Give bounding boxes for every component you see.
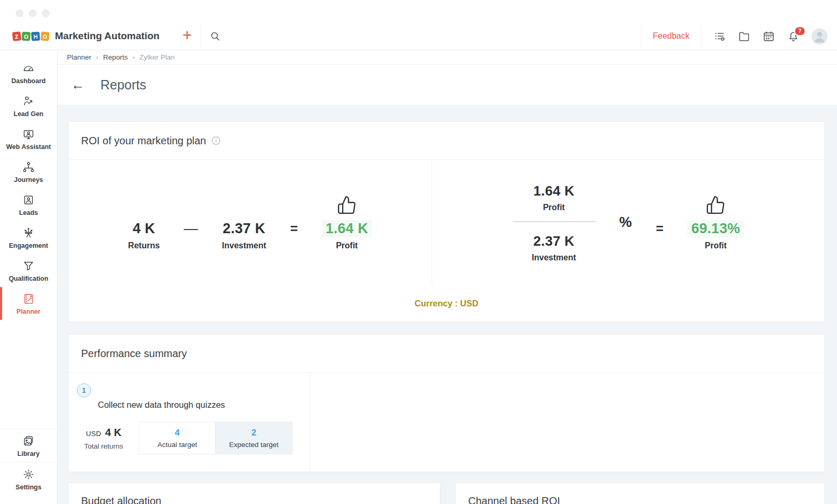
thumbs-up-icon <box>337 195 357 217</box>
zoho-logo[interactable]: Z O H O <box>13 32 49 41</box>
returns-label: Returns <box>128 241 160 250</box>
sidebar-item-settings[interactable]: Settings <box>0 463 57 496</box>
budget-allocation-card: Budget allocation <box>68 483 440 504</box>
actual-target-label: Actual target <box>157 441 197 449</box>
roi-card: ROI of your marketing plan 4 K Returns —… <box>68 121 825 322</box>
smart-list-button[interactable] <box>713 30 726 43</box>
planner-icon <box>22 292 35 305</box>
breadcrumb-separator: › <box>96 53 98 61</box>
roi-card-title: ROI of your marketing plan <box>81 135 206 147</box>
performance-summary-card: Performance summary 1 Collect new data t… <box>68 334 825 472</box>
qualification-funnel-icon <box>22 259 35 272</box>
breadcrumb-separator: › <box>132 53 134 61</box>
window-maximize-button[interactable] <box>42 9 50 17</box>
sidebar-item-lead-gen[interactable]: Lead Gen <box>0 89 57 122</box>
divider <box>641 23 641 49</box>
performance-summary-title: Performance summary <box>81 348 187 360</box>
total-returns-currency: USD <box>86 430 101 438</box>
item-name: Collect new data through quizzes <box>98 400 299 410</box>
create-new-button[interactable]: + <box>183 27 192 45</box>
expected-target-label: Expected target <box>229 441 279 449</box>
notifications-button[interactable]: 7 <box>787 30 800 43</box>
actual-target-box[interactable]: 4 Actual target <box>139 422 216 454</box>
budget-allocation-title: Budget allocation <box>81 495 161 504</box>
search-button[interactable] <box>209 30 221 42</box>
lead-gen-icon <box>22 95 35 108</box>
zoho-logo-letter: O <box>40 31 49 41</box>
user-avatar-icon <box>811 28 828 44</box>
settings-gear-icon <box>22 468 35 481</box>
thumbs-up-icon <box>706 195 726 217</box>
sidebar-item-planner[interactable]: Planner <box>0 287 57 320</box>
breadcrumb-reports[interactable]: Reports <box>103 53 128 61</box>
folder-icon <box>738 30 751 43</box>
minus-operator: — <box>184 221 198 237</box>
percent-operator: % <box>619 214 632 231</box>
sidebar-item-web-assistant[interactable]: Web Assistant <box>0 122 57 155</box>
sidebar-item-library[interactable]: Library <box>0 429 57 462</box>
currency-note: Currency : USD <box>69 285 824 322</box>
dashboard-icon <box>22 62 35 75</box>
window-controls <box>16 9 50 17</box>
expected-target-value: 2 <box>252 428 256 438</box>
sidebar: Dashboard Lead Gen Web Assistant Journey… <box>0 50 58 504</box>
total-returns-label: Total returns <box>84 442 123 450</box>
notification-badge: 7 <box>794 26 806 36</box>
fraction-numerator-label: Profit <box>543 203 565 212</box>
returns-value: 4 K <box>133 221 155 237</box>
total-returns: USD 4 K Total returns <box>84 427 123 450</box>
window-close-button[interactable] <box>16 9 24 17</box>
sidebar-item-engagement[interactable]: Engagement <box>0 221 57 254</box>
investment-label: Investment <box>222 241 266 250</box>
top-bar: Z O H O Marketing Automation + Feedback <box>0 0 837 50</box>
sidebar-item-journeys[interactable]: Journeys <box>0 155 57 188</box>
web-assistant-icon <box>22 128 35 141</box>
calendar-icon <box>762 30 775 43</box>
roi-percent-label: Profit <box>705 241 727 250</box>
investment-value: 2.37 K <box>223 221 265 237</box>
leads-icon <box>22 193 35 207</box>
channel-based-roi-title: Channel based ROI <box>468 495 560 504</box>
sidebar-item-qualification[interactable]: Qualification <box>0 254 57 287</box>
roi-percent-value: 69.13% <box>687 220 743 237</box>
roi-profit-equation: 4 K Returns — 2.37 K Investment = <box>69 160 432 285</box>
page-title: Reports <box>100 77 146 93</box>
roi-percentage-equation: 1.64 K Profit 2.37 K Investment % = <box>432 160 824 285</box>
equals-operator: = <box>656 221 664 236</box>
product-name: Marketing Automation <box>55 30 160 42</box>
profit-investment-fraction: 1.64 K Profit 2.37 K Investment <box>513 183 595 262</box>
info-icon[interactable] <box>211 136 221 145</box>
back-button[interactable]: ← <box>71 78 85 91</box>
report-content: ROI of your marketing plan 4 K Returns —… <box>58 105 837 504</box>
profit-label: Profit <box>336 241 358 250</box>
journeys-icon <box>22 161 35 174</box>
zoho-logo-letter: O <box>21 31 30 41</box>
engagement-icon <box>22 226 35 239</box>
channel-based-roi-card: Channel based ROI <box>455 483 825 504</box>
sidebar-item-dashboard[interactable]: Dashboard <box>0 56 57 89</box>
calendar-button[interactable] <box>762 30 775 43</box>
performance-item: 1 Collect new data through quizzes USD 4… <box>69 373 310 472</box>
fraction-denominator-value: 2.37 K <box>534 233 574 249</box>
profit-value: 1.64 K <box>322 220 371 237</box>
equals-operator: = <box>290 221 298 236</box>
fraction-line <box>513 221 595 222</box>
sidebar-spacer <box>0 320 57 429</box>
fraction-numerator-value: 1.64 K <box>534 183 574 199</box>
breadcrumb: Planner › Reports › Zylker Plan <box>58 50 837 65</box>
breadcrumb-planner[interactable]: Planner <box>67 53 92 61</box>
breadcrumb-zylker-plan: Zylker Plan <box>140 53 175 61</box>
library-icon <box>22 434 35 448</box>
zoho-logo-letter: H <box>31 31 40 41</box>
sidebar-item-leads[interactable]: Leads <box>0 188 57 221</box>
window-minimize-button[interactable] <box>29 9 37 17</box>
divider <box>200 23 201 49</box>
actual-target-value: 4 <box>175 428 179 438</box>
files-button[interactable] <box>738 30 751 43</box>
total-returns-value: 4 K <box>105 427 121 438</box>
expected-target-box[interactable]: 2 Expected target <box>216 422 292 454</box>
item-index-badge: 1 <box>77 383 91 397</box>
avatar[interactable] <box>811 28 828 44</box>
list-heart-icon <box>713 30 726 43</box>
feedback-link[interactable]: Feedback <box>653 31 689 41</box>
